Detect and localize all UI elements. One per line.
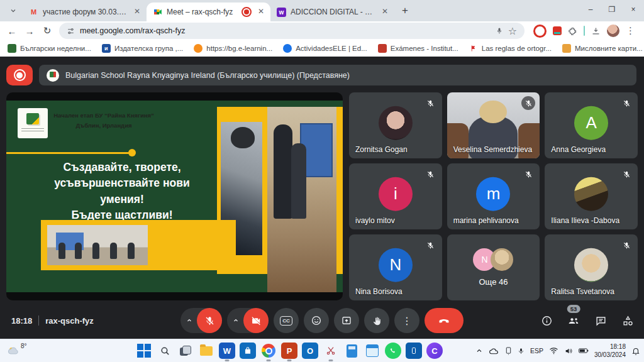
bookmark-item[interactable]: Български неделни... [8, 44, 91, 53]
window-restore-button[interactable]: ❐ [601, 0, 623, 19]
browser-menu-icon[interactable]: ⋮ [626, 25, 635, 36]
meeting-details-button[interactable] [539, 313, 554, 328]
tab-search-button[interactable] [5, 3, 21, 19]
more-options-button[interactable]: ⋮ [394, 308, 419, 333]
participant-tile-video[interactable]: Veselina Semerdzhieva [447, 92, 540, 158]
extension-area: ⋮ [528, 25, 640, 38]
search-button[interactable] [157, 343, 173, 359]
wifi-icon[interactable] [549, 347, 558, 354]
task-view-button[interactable] [177, 343, 194, 359]
participant-avatar-letter: N [379, 248, 413, 282]
reload-button[interactable]: ↻ [39, 23, 55, 39]
participant-tile[interactable]: m marina pehlivanova [447, 163, 540, 229]
voice-search-icon[interactable] [496, 27, 503, 35]
forward-button[interactable]: → [21, 23, 38, 39]
snipping-tool-button[interactable] [323, 343, 339, 359]
calendar-button[interactable] [364, 343, 380, 359]
taskbar-clock[interactable]: 18:18 30/03/2024 [594, 343, 626, 359]
onedrive-icon[interactable] [489, 347, 499, 355]
tab-recording-indicator-icon [242, 7, 252, 17]
recording-indicator-button[interactable] [6, 65, 33, 85]
tab-gmail-forum[interactable]: M участие форум 30.03. - asocia ✕ [23, 3, 147, 21]
tab-wordwall[interactable]: w ADICCION DIGITAL - Resultado ✕ [270, 3, 394, 21]
presentation-tile[interactable]: Начален етап БУ “Райна Княгиня” Дъблин, … [6, 92, 343, 300]
raise-hand-button[interactable] [364, 308, 389, 333]
end-call-button[interactable] [425, 308, 464, 333]
class-group-photo [47, 225, 148, 265]
participants-grid: Zornitsa Gogan Veselina Semerdzhieva A A… [349, 92, 638, 300]
tab-title: ADICCION DIGITAL - Resultado [291, 8, 375, 16]
battery-icon[interactable] [579, 348, 589, 354]
chrome-button[interactable] [260, 343, 277, 359]
powerpoint-app-button[interactable]: P [281, 343, 297, 359]
participant-avatar-letter: m [476, 177, 510, 211]
url-text[interactable]: meet.google.com/rax-qsch-fyz [80, 26, 491, 35]
tray-mic-icon[interactable] [518, 347, 525, 355]
downloads-icon[interactable] [591, 26, 601, 36]
language-indicator[interactable]: ESP [530, 347, 543, 354]
mic-toggle-button-muted[interactable] [197, 308, 222, 333]
outlook-app-button[interactable]: O [302, 343, 318, 359]
slide-photo-strip [41, 220, 236, 270]
back-button[interactable]: ← [4, 23, 20, 39]
present-screen-button[interactable] [334, 308, 359, 333]
slide-title-line: Създавайте, творете, [15, 160, 229, 175]
start-button[interactable] [136, 343, 152, 359]
bookmark-item[interactable]: Las reglas de ortogr... [469, 44, 552, 53]
new-tab-button[interactable]: + [397, 3, 413, 19]
mic-options-chevron-icon[interactable] [182, 317, 197, 324]
adblock-extension-icon[interactable] [533, 25, 547, 38]
device-icon[interactable] [505, 346, 512, 355]
participant-tile[interactable]: Ralitsa Tsvetanova [545, 234, 638, 300]
chat-panel-button[interactable] [593, 313, 608, 328]
camera-options-chevron-icon[interactable] [228, 317, 243, 324]
camera-control-group [227, 308, 269, 333]
clipchamp-button[interactable]: C [426, 343, 443, 359]
participant-avatar-letter: i [379, 177, 413, 211]
slide-divider-dot [128, 149, 136, 156]
tab-meet-active[interactable]: Meet – rax-qsch-fyz ✕ [147, 3, 270, 21]
participant-tile[interactable]: Zornitsa Gogan [349, 92, 442, 158]
participant-name: Iliana Ilieva -Dabova [551, 216, 619, 225]
participant-tile[interactable]: A Anna Georgieva [545, 92, 638, 158]
people-panel-button[interactable]: 53 [566, 313, 581, 328]
camera-toggle-button-off[interactable] [243, 308, 269, 333]
bookmark-item[interactable]: Exámenes - Institut... [378, 44, 458, 53]
bookmark-item[interactable]: Мисловните карти... [562, 44, 643, 53]
bookmark-item[interactable]: ActividadesELE | Ed... [283, 44, 367, 53]
extensions-puzzle-icon[interactable] [568, 26, 577, 36]
tray-expand-chevron-icon[interactable] [475, 347, 483, 354]
captions-button[interactable]: CC [274, 308, 299, 333]
participant-tile[interactable]: i ivaylo mitov [349, 163, 442, 229]
site-settings-icon[interactable] [67, 27, 75, 35]
address-bar[interactable]: meet.google.com/rax-qsch-fyz ☆ [59, 23, 525, 39]
calculator-button[interactable] [343, 343, 360, 359]
tab-close-icon[interactable]: ✕ [256, 7, 266, 17]
reactions-button[interactable] [304, 308, 329, 333]
participant-tile[interactable]: N Nina Borisova [349, 234, 442, 300]
bookmark-star-icon[interactable]: ☆ [508, 25, 517, 37]
window-minimize-button[interactable]: – [580, 0, 601, 19]
phone-link-button[interactable] [406, 343, 422, 359]
bookmark-item[interactable]: https://bg.e-learnin... [194, 44, 272, 53]
word-app-button[interactable]: W [219, 343, 235, 359]
volume-icon[interactable] [564, 347, 573, 355]
file-explorer-button[interactable] [198, 343, 214, 359]
tab-close-icon[interactable]: ✕ [132, 7, 142, 17]
tab-close-icon[interactable]: ✕ [380, 7, 390, 17]
temperature-label: 8° [21, 343, 27, 349]
bookmark-flag-icon [469, 44, 478, 53]
microsoft-store-button[interactable] [240, 343, 256, 359]
mic-off-icon [619, 238, 633, 252]
participant-tile[interactable]: Iliana Ilieva -Dabova [545, 163, 638, 229]
mic-off-icon [424, 96, 438, 110]
activities-button[interactable] [620, 313, 635, 328]
window-close-button[interactable]: × [623, 0, 644, 19]
profile-avatar[interactable] [607, 25, 619, 37]
bookmark-item[interactable]: и Издателска група ,... [102, 44, 183, 53]
whatsapp-button[interactable] [385, 343, 401, 359]
overflow-participants-tile[interactable]: N Още 46 [447, 234, 540, 300]
red-extension-icon[interactable] [553, 26, 562, 35]
notifications-bell-icon[interactable] [631, 346, 640, 356]
taskbar-weather-widget[interactable]: 8° [6, 344, 27, 357]
